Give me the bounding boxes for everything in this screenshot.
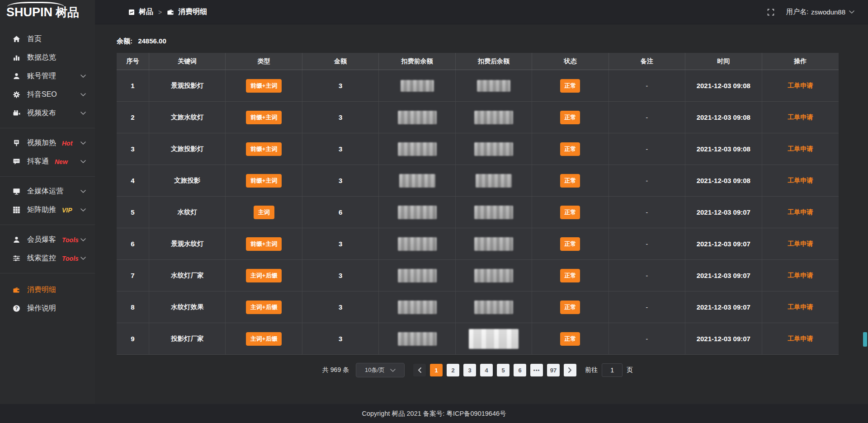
work-order-link[interactable]: 工单申请 xyxy=(788,177,813,185)
status-cell: 正常 xyxy=(532,197,609,228)
main-column: 树品 > 消费明细 用户名: zswodun88 余额: xyxy=(95,0,868,404)
table-row: 5水纹灯主词6正常-2021-12-03 09:07工单申请 xyxy=(117,197,839,228)
chat-icon xyxy=(12,158,20,166)
sidebar-item-label: 操作说明 xyxy=(27,304,56,313)
page-button[interactable]: 97 xyxy=(547,364,560,376)
page-button[interactable]: 5 xyxy=(497,364,509,376)
sidebar-item[interactable]: 抖音SEO xyxy=(0,85,95,104)
balance-before-cell xyxy=(379,165,455,196)
main-content: 余额: 24856.00 序号关键词类型金额扣费前余额扣费后余额状态备注时间操作… xyxy=(95,24,868,404)
chevron-down-icon xyxy=(80,93,86,96)
fullscreen-icon[interactable] xyxy=(767,9,774,16)
user-menu[interactable]: 用户名: zswodun88 xyxy=(786,8,854,16)
pagination-ellipsis[interactable]: ••• xyxy=(530,364,543,376)
time-cell: 2021-12-03 09:07 xyxy=(685,197,762,228)
status-badge: 正常 xyxy=(560,206,580,219)
page-size-select[interactable]: 10条/页 xyxy=(356,363,405,377)
sidebar-divider xyxy=(0,225,95,225)
page-button[interactable]: 4 xyxy=(480,364,493,376)
sidebar-divider xyxy=(0,273,95,273)
amount-cell: 3 xyxy=(302,102,379,133)
amount-cell: 3 xyxy=(302,70,379,101)
remark-cell: - xyxy=(609,323,685,354)
status-badge: 正常 xyxy=(560,142,580,156)
table-header-cell: 扣费前余额 xyxy=(379,53,455,70)
sidebar-item[interactable]: 视频发布 xyxy=(0,104,95,122)
sidebar-item[interactable]: 账号管理 xyxy=(0,67,95,85)
type-cell: 主词+后缀 xyxy=(226,323,302,354)
page: SHUPIN树品 首页数据总览账号管理抖音SEO视频发布视频加热Hot抖客通Ne… xyxy=(0,0,868,423)
redacted-balance-before xyxy=(398,206,437,219)
work-order-link[interactable]: 工单申请 xyxy=(788,272,813,280)
question-icon: ? xyxy=(12,305,20,313)
table-header-cell: 时间 xyxy=(685,53,762,70)
balance-before-cell xyxy=(379,197,455,228)
breadcrumb-item-home[interactable]: 树品 xyxy=(139,7,153,17)
row-index-cell: 9 xyxy=(117,323,149,354)
remark-cell: - xyxy=(609,70,685,101)
page-button[interactable]: 1 xyxy=(430,364,443,376)
scrollbar-thumb[interactable] xyxy=(863,332,867,347)
page-button[interactable]: 3 xyxy=(463,364,476,376)
sidebar-item[interactable]: 抖客通New xyxy=(0,152,95,171)
status-cell: 正常 xyxy=(532,323,609,354)
keyword-cell: 景观投影灯 xyxy=(149,70,226,101)
sidebar-divider xyxy=(0,176,95,177)
work-order-link[interactable]: 工单申请 xyxy=(788,240,813,248)
sidebar-item[interactable]: 消费明细 xyxy=(0,281,95,299)
work-order-link[interactable]: 工单申请 xyxy=(788,82,813,90)
row-index-cell: 8 xyxy=(117,291,149,323)
sidebar-item[interactable]: 全媒体运营 xyxy=(0,182,95,201)
sidebar-item[interactable]: 首页 xyxy=(0,30,95,48)
page-button[interactable]: 2 xyxy=(447,364,459,376)
logo-text-en: SHUPIN xyxy=(6,5,52,19)
sidebar-item-badge: New xyxy=(55,158,68,165)
sidebar-item-label: 数据总览 xyxy=(27,53,56,62)
keyword-cell: 景观水纹灯 xyxy=(149,228,226,259)
action-cell: 工单申请 xyxy=(762,133,839,164)
redacted-balance-after xyxy=(476,174,512,188)
remark-cell: - xyxy=(609,165,685,196)
keyword-cell: 水纹灯 xyxy=(149,197,226,228)
page-size-value: 10条/页 xyxy=(365,366,385,374)
work-order-link[interactable]: 工单申请 xyxy=(788,335,813,343)
balance-after-cell xyxy=(456,133,532,164)
balance-label: 余额: xyxy=(117,37,132,45)
work-order-link[interactable]: 工单申请 xyxy=(788,113,813,122)
sidebar-item[interactable]: 矩阵助推VIP xyxy=(0,201,95,219)
logo-arc xyxy=(7,2,64,7)
work-order-link[interactable]: 工单申请 xyxy=(788,303,813,311)
goto-page-input[interactable] xyxy=(602,363,623,377)
work-order-link[interactable]: 工单申请 xyxy=(788,145,813,153)
table-row: 4文旅投影前缀+主词3正常-2021-12-03 09:08工单申请 xyxy=(117,165,839,197)
amount-cell: 3 xyxy=(302,323,379,354)
redacted-balance-after xyxy=(474,301,513,314)
redacted-balance-before xyxy=(399,174,435,188)
table-header-cell: 序号 xyxy=(117,53,149,70)
amount-cell: 3 xyxy=(302,133,379,164)
sidebar-item-label: 会员爆客 xyxy=(27,235,56,244)
balance-after-cell xyxy=(456,165,532,196)
sidebar-item[interactable]: 会员爆客Tools xyxy=(0,230,95,249)
sidebar-item[interactable]: 数据总览 xyxy=(0,48,95,67)
sidebar-item[interactable]: 视频加热Hot xyxy=(0,134,95,152)
sidebar-item[interactable]: 线索监控Tools xyxy=(0,249,95,268)
user-area: 用户名: zswodun88 xyxy=(767,8,854,16)
type-badge: 主词+后缀 xyxy=(246,269,282,282)
balance-after-cell xyxy=(456,228,532,259)
table-body: 1景观投影灯前缀+主词3正常-2021-12-03 09:08工单申请2文旅水纹… xyxy=(117,70,839,355)
sidebar-item-badge: Hot xyxy=(62,140,72,147)
page-button[interactable]: 6 xyxy=(514,364,526,376)
type-badge: 主词+后缀 xyxy=(246,332,282,346)
chart-icon xyxy=(12,54,20,62)
time-cell: 2021-12-03 09:07 xyxy=(685,323,762,354)
type-cell: 前缀+主词 xyxy=(226,70,302,101)
balance-before-cell xyxy=(379,260,455,291)
next-page-button[interactable] xyxy=(564,364,576,376)
sidebar-item[interactable]: ?操作说明 xyxy=(0,299,95,318)
balance-value: 24856.00 xyxy=(138,37,166,45)
prev-page-button[interactable] xyxy=(413,364,426,376)
app-logo[interactable]: SHUPIN树品 xyxy=(0,0,95,24)
work-order-link[interactable]: 工单申请 xyxy=(788,208,813,216)
remark-cell: - xyxy=(609,260,685,291)
